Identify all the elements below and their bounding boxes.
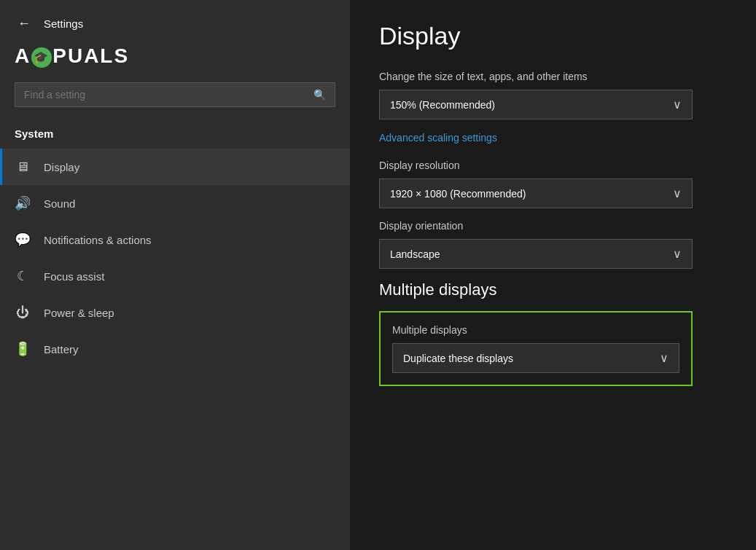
sidebar-item-display[interactable]: 🖥 Display	[0, 149, 350, 185]
orientation-dropdown-arrow: ∨	[673, 247, 682, 261]
sidebar-item-label-battery: Battery	[44, 343, 79, 355]
orientation-label: Display orientation	[379, 220, 727, 232]
resolution-label: Display resolution	[379, 160, 727, 171]
notifications-icon: 💬	[15, 232, 31, 248]
scale-dropdown[interactable]: 150% (Recommended) ∨	[379, 90, 693, 119]
advanced-scaling-link[interactable]: Advanced scaling settings	[379, 132, 497, 144]
sidebar-item-sound[interactable]: 🔊 Sound	[0, 185, 350, 221]
orientation-dropdown[interactable]: Landscape ∨	[379, 239, 693, 269]
sound-icon: 🔊	[15, 195, 31, 211]
resolution-dropdown[interactable]: 1920 × 1080 (Recommended) ∨	[379, 178, 693, 208]
sidebar-item-notifications[interactable]: 💬 Notifications & actions	[0, 221, 350, 258]
orientation-value: Landscape	[390, 248, 440, 260]
logo: A🎓PUALS	[15, 44, 335, 68]
sidebar-item-label-display: Display	[44, 161, 79, 173]
focus-assist-icon: ☾	[15, 268, 31, 284]
resolution-value: 1920 × 1080 (Recommended)	[390, 188, 526, 200]
resolution-dropdown-arrow: ∨	[673, 186, 682, 200]
sidebar-item-label-sound: Sound	[44, 197, 75, 210]
multiple-displays-box: Multiple displays Duplicate these displa…	[379, 311, 693, 386]
search-icon: 🔍	[313, 89, 326, 101]
back-button[interactable]: ←	[15, 13, 34, 34]
sidebar-item-power-sleep[interactable]: ⏻ Power & sleep	[0, 294, 350, 331]
battery-icon: 🔋	[15, 341, 31, 357]
logo-area: A🎓PUALS	[0, 42, 350, 75]
scale-label: Change the size of text, apps, and other…	[379, 71, 727, 82]
multiple-displays-title: Multiple displays	[379, 280, 727, 299]
search-box[interactable]: 🔍	[15, 82, 335, 107]
sidebar-item-battery[interactable]: 🔋 Battery	[0, 331, 350, 367]
multiple-displays-dropdown-arrow: ∨	[660, 351, 669, 365]
system-label: System	[0, 122, 350, 149]
sidebar-item-label-notifications: Notifications & actions	[44, 234, 152, 246]
scale-value: 150% (Recommended)	[390, 99, 495, 111]
sidebar-header: ← Settings	[0, 0, 350, 42]
sidebar-item-focus-assist[interactable]: ☾ Focus assist	[0, 258, 350, 294]
scale-dropdown-arrow: ∨	[673, 98, 682, 111]
multiple-displays-label: Multiple displays	[392, 324, 679, 336]
power-sleep-icon: ⏻	[15, 305, 31, 321]
main-content: Display Change the size of text, apps, a…	[350, 0, 756, 550]
sidebar-item-label-focus-assist: Focus assist	[44, 270, 104, 283]
multiple-displays-value: Duplicate these displays	[403, 353, 513, 364]
search-input[interactable]	[24, 89, 306, 101]
multiple-displays-dropdown[interactable]: Duplicate these displays ∨	[392, 343, 679, 373]
search-container: 🔍	[0, 75, 350, 122]
settings-title: Settings	[44, 17, 83, 30]
sidebar-item-label-power-sleep: Power & sleep	[44, 307, 114, 319]
sidebar: ← Settings A🎓PUALS 🔍 System 🖥 Display 🔊 …	[0, 0, 350, 550]
display-icon: 🖥	[15, 159, 31, 175]
page-title: Display	[379, 22, 727, 50]
logo-icon: 🎓	[31, 47, 52, 68]
